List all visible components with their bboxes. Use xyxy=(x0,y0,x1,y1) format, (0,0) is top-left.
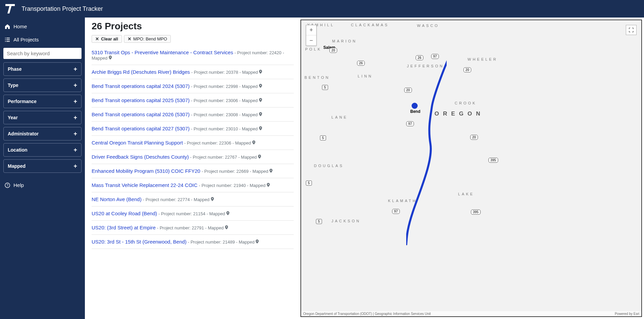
filter-label: Type xyxy=(8,83,19,88)
project-link[interactable]: NE Norton Ave (Bend) xyxy=(92,196,141,202)
county-label: WASCO xyxy=(417,24,439,28)
county-label: JACKSON xyxy=(331,219,361,223)
map-pin-icon xyxy=(267,183,270,188)
project-link[interactable]: Driver Feedback Signs (Deschutes County) xyxy=(92,154,189,160)
zoom-in-button[interactable]: + xyxy=(306,25,316,35)
project-meta: - Project number: 23008 - Mapped xyxy=(191,112,259,117)
list-icon xyxy=(5,37,10,42)
project-link[interactable]: US20 at Cooley Road (Bend) xyxy=(92,211,157,216)
project-link[interactable]: Bend Transit operations capital 2025 (53… xyxy=(92,97,190,103)
county-label: LANE xyxy=(331,115,348,119)
project-link[interactable]: 5310 Transit Ops - Preventive Maintenanc… xyxy=(92,50,233,55)
chip-applied-filter[interactable]: ✕ MPO: Bend MPO xyxy=(124,35,171,43)
county-label: POLK xyxy=(305,47,322,51)
filter-label: Mapped xyxy=(8,163,26,169)
filter-label: Location xyxy=(8,147,27,153)
fullscreen-icon xyxy=(629,28,634,32)
map-pin-icon xyxy=(259,112,262,117)
project-meta: - Project number: 22767 - Mapped xyxy=(190,155,258,160)
project-meta: - Project number: 22669 - Mapped xyxy=(202,169,270,174)
project-link[interactable]: Enhanced Mobility Program (5310) COIC FF… xyxy=(92,168,200,174)
plus-icon: + xyxy=(73,147,77,153)
zoom-out-button[interactable]: − xyxy=(306,35,316,45)
map-pin-icon xyxy=(109,55,112,61)
project-meta: - Project number: 21940 - Mapped xyxy=(199,183,267,188)
filter-mapped[interactable]: Mapped+ xyxy=(3,159,82,173)
search-input[interactable] xyxy=(3,48,82,59)
plus-icon: + xyxy=(73,163,77,169)
sidebar: Home All Projects Phase+Type+Performance… xyxy=(0,18,85,319)
route-shield: 5 xyxy=(316,219,322,224)
svg-rect-0 xyxy=(5,38,6,38)
project-meta: - Project number: 21489 - Mapped xyxy=(188,240,256,245)
project-link[interactable]: US20: (3rd Street) at Empire xyxy=(92,225,156,230)
map-pin-icon xyxy=(226,211,229,216)
close-icon: ✕ xyxy=(95,36,99,41)
filter-type[interactable]: Type+ xyxy=(3,78,82,92)
project-link[interactable]: Bend Transit operations capital 2027 (53… xyxy=(92,126,190,131)
project-meta: - Project number: 22998 - Mapped xyxy=(191,84,259,89)
chip-label: MPO: Bend MPO xyxy=(133,36,167,41)
close-icon: ✕ xyxy=(128,36,131,41)
project-link[interactable]: Mass Transit Vehicle Replacement 22-24 C… xyxy=(92,182,197,188)
nav-all-projects-label: All Projects xyxy=(13,37,39,42)
filter-label: Performance xyxy=(8,99,37,104)
nav-help[interactable]: ? Help xyxy=(3,180,82,190)
project-row: NE Norton Ave (Bend) - Project number: 2… xyxy=(92,192,294,206)
project-link[interactable]: Archie Briggs Rd (Deschutes River) Bridg… xyxy=(92,69,190,75)
project-row: US20: 3rd St - 15th St (Greenwood, Bend)… xyxy=(92,235,294,249)
map-attribution: Oregon Department of Transportation (ODO… xyxy=(301,311,641,316)
project-meta: - Project number: 20378 - Mapped xyxy=(191,70,259,75)
project-row: Bend Transit operations capital 2027 (53… xyxy=(92,122,294,136)
route-shield: 395 xyxy=(488,158,498,163)
project-link[interactable]: US20: 3rd St - 15th St (Greenwood, Bend) xyxy=(92,239,187,245)
county-label: MARION xyxy=(332,39,357,43)
route-shield: 5 xyxy=(322,85,328,90)
county-label: LINN xyxy=(358,74,373,78)
project-meta: - Project number: 23006 - Mapped xyxy=(191,98,259,103)
filter-chips: ✕ Clear all ✕ MPO: Bend MPO xyxy=(92,35,294,43)
map-surface[interactable]: Salem OREGON YAMHILL CLACKAMAS WASCO MAR… xyxy=(301,20,641,316)
filter-location[interactable]: Location+ xyxy=(3,143,82,157)
project-meta: - Project number: 21154 - Mapped xyxy=(158,211,226,216)
map-panel[interactable]: Salem OREGON YAMHILL CLACKAMAS WASCO MAR… xyxy=(300,20,642,317)
filter-performance[interactable]: Performance+ xyxy=(3,95,82,108)
plus-icon: + xyxy=(73,66,77,72)
project-row: Bend Transit operations capital 2025 (53… xyxy=(92,93,294,107)
county-label: CROOK xyxy=(455,101,477,105)
map-pin-icon xyxy=(256,239,259,245)
nav-all-projects[interactable]: All Projects xyxy=(3,35,82,44)
filter-administrator[interactable]: Administrator+ xyxy=(3,127,82,140)
map-pin-icon xyxy=(259,126,262,131)
filter-year[interactable]: Year+ xyxy=(3,111,82,124)
nav-help-label: Help xyxy=(13,182,24,188)
svg-rect-1 xyxy=(6,38,10,38)
map-pin-icon xyxy=(269,168,272,174)
list-title: 26 Projects xyxy=(92,21,294,32)
filter-label: Administrator xyxy=(8,131,39,136)
project-link[interactable]: Central Oregon Transit Planning Support xyxy=(92,140,183,146)
map-pin-icon xyxy=(211,197,214,202)
attribution-right[interactable]: Powered by Esri xyxy=(615,312,639,316)
fullscreen-button[interactable] xyxy=(626,25,637,35)
route-shield: 97 xyxy=(392,209,400,214)
county-label: LAKE xyxy=(458,192,474,196)
project-row: US20: (3rd Street) at Empire - Project n… xyxy=(92,221,294,235)
map-pin-icon xyxy=(225,225,228,230)
svg-rect-2 xyxy=(5,39,6,40)
project-link[interactable]: Bend Transit operations capital 2026 (53… xyxy=(92,111,190,117)
county-label: BENTON xyxy=(304,75,330,79)
project-meta: - Project number: 22774 - Mapped xyxy=(143,197,211,202)
project-link[interactable]: Bend Transit operations capital 2024 (53… xyxy=(92,83,190,89)
svg-rect-3 xyxy=(6,39,10,40)
filter-phase[interactable]: Phase+ xyxy=(3,62,82,76)
nav-home[interactable]: Home xyxy=(3,22,82,31)
chip-clear-all[interactable]: ✕ Clear all xyxy=(92,35,122,43)
city-marker-bend[interactable] xyxy=(412,103,418,109)
route-shield: 20 xyxy=(470,135,478,140)
filter-label: Phase xyxy=(8,66,22,72)
map-pin-icon xyxy=(259,69,262,75)
project-meta: - Project number: 23010 - Mapped xyxy=(191,126,259,131)
home-icon xyxy=(5,24,10,29)
project-row: Enhanced Mobility Program (5310) COIC FF… xyxy=(92,164,294,178)
